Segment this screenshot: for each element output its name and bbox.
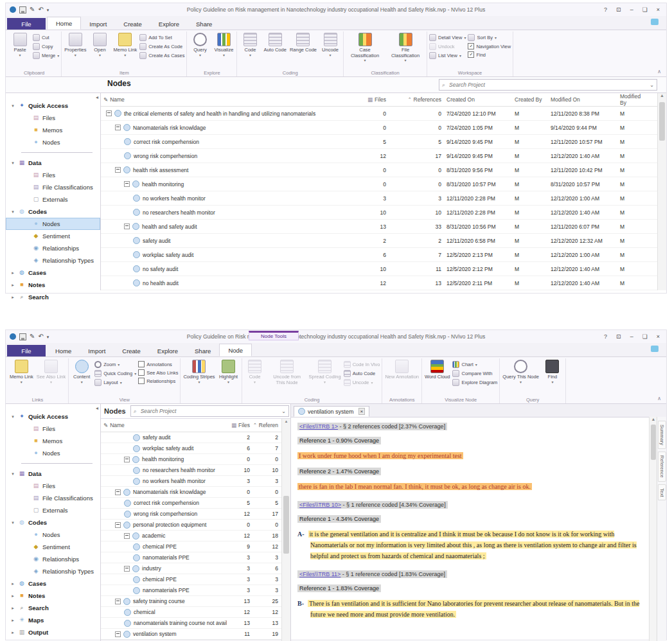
visualize-button[interactable]: Visualize▾	[213, 31, 234, 59]
qat-dropdown-icon[interactable]: ▾	[47, 335, 49, 339]
highlight-button[interactable]: Highlight▾	[218, 358, 240, 386]
column-header-name[interactable]: ✎Name	[101, 96, 337, 103]
sidebar-item-nodes[interactable]: ●Nodes	[6, 529, 100, 541]
list-row[interactable]: no researchers health monitor1010	[101, 465, 290, 476]
column-header-modified-on[interactable]: Modified On	[548, 96, 617, 103]
tab-file[interactable]: File	[7, 18, 46, 30]
sidebar-item-files[interactable]: ▤Files	[6, 480, 100, 492]
list-row[interactable]: safety training course1325	[101, 596, 290, 607]
column-header-files[interactable]: ▦Files	[337, 96, 389, 103]
expander-icon[interactable]	[115, 489, 121, 495]
list-row[interactable]: wrong risk comperhension1217	[101, 509, 290, 520]
close-tab-icon[interactable]: ×	[358, 408, 366, 415]
help-button[interactable]: ?	[604, 333, 607, 340]
collapsed-arrow-icon[interactable]: ▸	[10, 283, 15, 288]
auto-code-button[interactable]: Auto Code	[344, 370, 380, 377]
side-tab-reference[interactable]: Reference	[658, 452, 666, 482]
word-cloud-button[interactable]: Word Cloud	[424, 358, 450, 382]
properties-button[interactable]: Properties▾	[64, 31, 87, 59]
tab-explore[interactable]: Explore	[150, 18, 188, 30]
auto-code-button[interactable]: Auto Code	[263, 31, 287, 55]
code-in-vivo-button[interactable]: Code In Vivo	[344, 361, 380, 368]
table-row[interactable]: workplac safety audit6712/5/2020 2:13 PM…	[101, 248, 666, 262]
detail-tab-ventilation-system[interactable]: ventilation system ×	[294, 406, 369, 417]
list-row[interactable]: correct risk comperhension55	[101, 498, 290, 509]
expander-icon[interactable]	[124, 566, 130, 572]
find-button[interactable]: Find▾	[542, 358, 563, 386]
memo-link-button[interactable]: Memo Link▾	[112, 31, 137, 59]
sidebar-item-relationships[interactable]: ◉Relationships	[6, 553, 100, 565]
sidebar-item-cases[interactable]: ▸◍Cases	[6, 267, 100, 279]
chart-button[interactable]: Chart▾	[452, 361, 497, 368]
list-row[interactable]: chemical PPE33	[101, 574, 290, 585]
collapsed-arrow-icon[interactable]: ▸	[10, 295, 15, 300]
sidebar-item-sentiment[interactable]: ◆Sentiment	[6, 230, 100, 242]
new-annotation-button[interactable]: New Annotation	[384, 358, 420, 382]
sidebar-item-nodes[interactable]: ●Nodes	[6, 447, 100, 459]
navigation-view-checkbox[interactable]: ✓Navigation View	[468, 43, 511, 49]
table-row[interactable]: no health audit121312/5/2020 2:11 PMM12/…	[101, 276, 666, 290]
expander-icon[interactable]	[124, 457, 130, 462]
sidebar-item-relationship-types[interactable]: ◈Relationship Types	[6, 565, 100, 577]
list-view-button[interactable]: List View▾	[429, 52, 466, 59]
vertical-scrollbar[interactable]: ▴	[281, 419, 290, 641]
content-button[interactable]: Content▾	[71, 358, 93, 386]
collapsed-arrow-icon[interactable]: ▸	[10, 270, 15, 276]
sidebar-item-codes[interactable]: ▾◍Codes	[6, 516, 100, 529]
file-classification-button[interactable]: File Classification▾	[386, 31, 425, 64]
expander-icon[interactable]	[115, 599, 121, 604]
minimize-button[interactable]: –	[630, 333, 633, 340]
side-tab-text[interactable]: Text	[658, 484, 666, 501]
memo-link-button[interactable]: Memo Link▾	[9, 358, 34, 386]
expanded-arrow-icon[interactable]: ▾	[10, 414, 15, 419]
find-checkbox[interactable]: ✓Find	[468, 51, 511, 58]
side-tab-summary[interactable]: Summary	[658, 421, 666, 449]
spread-coding-button[interactable]: Spread Coding▾	[308, 358, 342, 386]
query-this-node-button[interactable]: Query This Node▾	[502, 358, 540, 386]
search-input[interactable]	[448, 81, 647, 89]
expander-icon[interactable]	[115, 522, 121, 528]
column-header-name[interactable]: ✎Name	[101, 422, 227, 428]
cut-button[interactable]: Cut	[33, 34, 59, 41]
sidebar-item-files[interactable]: ▤Files	[6, 169, 100, 181]
sidebar-item-nodes[interactable]: ●Nodes	[6, 218, 100, 230]
table-row[interactable]: correct risk comperhension559/14/2020 9:…	[101, 135, 666, 149]
code-button[interactable]: Code▾	[239, 31, 261, 59]
minimize-button[interactable]: –	[630, 6, 633, 13]
table-row[interactable]: no safety audit101112/5/2020 2:12 PMM12/…	[101, 262, 666, 276]
expander-icon[interactable]	[115, 631, 121, 637]
expander-icon[interactable]	[115, 125, 121, 130]
detail-view-button[interactable]: Detail View▾	[429, 34, 466, 41]
table-row[interactable]: no workers health monitor3312/11/2020 2:…	[101, 191, 666, 206]
sidebar-item-files[interactable]: ▤Files	[6, 112, 100, 124]
help-button[interactable]: ?	[604, 6, 607, 13]
table-row[interactable]: health monitoring008/31/2020 10:57 PMM8/…	[101, 177, 666, 191]
list-row[interactable]: nanomaterials training course not availa…	[101, 618, 290, 629]
case-classification-button[interactable]: Case Classification▾	[346, 31, 384, 64]
undo-icon[interactable]: ↶	[38, 333, 43, 340]
quick-coding-button[interactable]: Quick Coding▾	[94, 370, 136, 377]
coding-stripes-button[interactable]: Coding Stripes▾	[182, 358, 215, 386]
expander-icon[interactable]	[106, 110, 112, 116]
expander-icon[interactable]	[115, 167, 121, 173]
query-button[interactable]: Query▾	[189, 31, 211, 59]
ribbon-collapse-icon[interactable]: ∧	[657, 396, 661, 401]
sidebar-item-relationships[interactable]: ◉Relationships	[6, 242, 100, 254]
edit-icon[interactable]: ✎	[30, 6, 35, 13]
list-row[interactable]: nanomaterials PPE33	[101, 552, 290, 563]
tab-share[interactable]: Share	[188, 18, 220, 30]
sidebar-item-externals[interactable]: ▢Externals	[6, 504, 100, 516]
list-row[interactable]: industry36	[101, 563, 290, 574]
table-row[interactable]: safety audit2212/11/2020 6:58 PMM12/12/2…	[101, 234, 666, 248]
expanded-arrow-icon[interactable]: ▾	[10, 471, 15, 477]
list-row[interactable]: personal protection equipment00	[101, 520, 290, 531]
sidebar-item-data[interactable]: ▾▦Data	[6, 157, 100, 169]
compare-with-button[interactable]: Compare With	[452, 370, 497, 377]
ribbon-collapse-icon[interactable]: ∧	[657, 69, 661, 75]
add-to-set-button[interactable]: Add To Set	[139, 34, 184, 41]
close-button[interactable]: ×	[657, 333, 660, 340]
expanded-arrow-icon[interactable]: ▾	[10, 103, 15, 109]
sidebar-item-externals[interactable]: ▢Externals	[6, 193, 100, 206]
sidebar-item-search[interactable]: ▸⌕Search	[6, 291, 100, 303]
layout-button[interactable]: Layout▾	[94, 379, 136, 386]
